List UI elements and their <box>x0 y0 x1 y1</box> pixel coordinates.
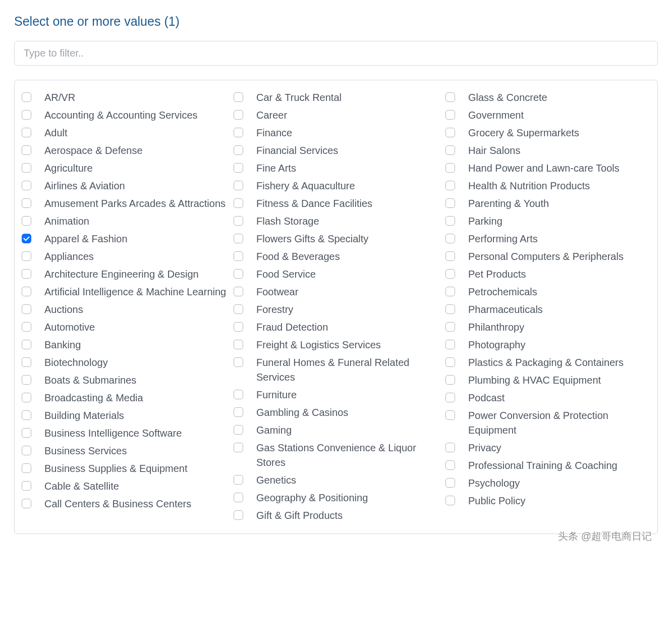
list-item[interactable]: Grocery & Supermarkets <box>445 125 650 141</box>
list-item[interactable]: Real Estate <box>657 213 658 230</box>
list-item[interactable]: Public Relations & Communication <box>657 89 658 106</box>
option-label[interactable]: Food & Beverages <box>256 249 340 264</box>
option-label[interactable]: Photography <box>468 338 525 352</box>
option-label[interactable]: Agriculture <box>44 161 93 176</box>
list-item[interactable]: Privacy <box>445 440 650 456</box>
list-item[interactable]: Amusement Parks Arcades & Attractions <box>22 195 227 212</box>
list-item[interactable]: Publishing <box>657 125 658 141</box>
checkbox[interactable] <box>22 110 31 120</box>
checkbox[interactable] <box>234 340 243 349</box>
list-item[interactable]: Gas Stations Convenience & Liquor Stores <box>234 440 438 471</box>
option-label[interactable]: Geography & Positioning <box>256 491 368 505</box>
list-item[interactable]: Personal Computers & Peripherals <box>445 248 650 265</box>
list-item[interactable]: Ranching <box>657 195 658 212</box>
option-label[interactable]: Call Centers & Business Centers <box>44 497 191 511</box>
checkbox[interactable] <box>22 251 31 261</box>
option-label[interactable]: Parenting & Youth <box>468 196 549 211</box>
option-label[interactable]: Forestry <box>256 302 293 317</box>
option-label[interactable]: Architecture Engineering & Design <box>44 267 199 282</box>
list-item[interactable]: Fitness & Dance Facilities <box>234 195 438 212</box>
checkbox[interactable] <box>657 128 658 137</box>
list-item[interactable]: Genetics <box>234 472 438 489</box>
checkbox[interactable] <box>657 110 658 120</box>
checkbox[interactable] <box>22 340 31 349</box>
option-label[interactable]: Banking <box>44 338 81 352</box>
list-item[interactable]: Pet Products <box>445 266 650 283</box>
option-label[interactable]: Podcast <box>468 391 505 405</box>
list-item[interactable]: Power Conversion & Protection Equipment <box>445 407 650 439</box>
option-label[interactable]: Pharmaceuticals <box>468 302 543 317</box>
option-label[interactable]: Glass & Concrete <box>468 90 547 105</box>
checkbox[interactable] <box>445 234 455 243</box>
checkbox[interactable] <box>22 92 31 102</box>
checkbox[interactable] <box>445 251 455 261</box>
option-label[interactable]: Genetics <box>256 473 296 488</box>
checkbox[interactable] <box>445 478 455 488</box>
list-item[interactable]: Gaming <box>234 422 438 439</box>
list-item[interactable]: Building Materials <box>22 407 227 424</box>
option-label[interactable]: Finance <box>256 126 292 140</box>
list-item[interactable]: Public Safety <box>657 107 658 124</box>
checkbox[interactable] <box>22 128 31 137</box>
checkbox[interactable] <box>22 499 31 508</box>
checkbox[interactable] <box>22 410 31 420</box>
list-item[interactable]: Rail Bus & Taxi <box>657 178 658 194</box>
checkbox[interactable] <box>445 375 455 385</box>
option-label[interactable]: Food Service <box>256 267 316 282</box>
checkbox[interactable] <box>234 110 243 120</box>
checkbox[interactable] <box>234 251 243 261</box>
checkbox[interactable] <box>234 493 243 502</box>
list-item[interactable]: Automotive <box>22 319 227 336</box>
option-label[interactable]: Business Supplies & Equipment <box>44 461 188 476</box>
checkbox[interactable] <box>22 287 31 296</box>
option-label[interactable]: Cable & Satellite <box>44 479 119 494</box>
option-label[interactable]: Health & Nutrition Products <box>468 179 590 193</box>
option-label[interactable]: Furniture <box>256 388 297 402</box>
checkbox[interactable] <box>445 198 455 208</box>
list-item[interactable]: Artificial Intelligence & Machine Learni… <box>22 284 227 300</box>
option-label[interactable]: Freight & Logistics Services <box>256 338 381 352</box>
checkbox[interactable] <box>657 181 658 190</box>
checkbox[interactable] <box>445 357 455 367</box>
list-item[interactable]: Biotechnology <box>22 354 227 371</box>
list-item[interactable]: Fine Arts <box>234 160 438 177</box>
checkbox[interactable] <box>445 393 455 402</box>
list-item[interactable]: Financial Services <box>234 142 438 159</box>
list-item[interactable]: Business Services <box>22 443 227 459</box>
list-item[interactable]: Glass & Concrete <box>445 89 650 106</box>
list-item[interactable]: Apparel & Fashion <box>22 231 227 247</box>
option-label[interactable]: Gift & Gift Products <box>256 508 343 523</box>
list-item[interactable]: Footwear <box>234 284 438 300</box>
list-item[interactable]: Photography <box>445 337 650 353</box>
option-label[interactable]: Appliances <box>44 249 94 264</box>
list-item[interactable]: Gift & Gift Products <box>234 507 438 524</box>
list-item[interactable]: Quantum Computing <box>657 142 658 159</box>
option-label[interactable]: Philanthropy <box>468 320 524 335</box>
option-label[interactable]: Animation <box>44 214 89 229</box>
list-item[interactable]: Car & Truck Rental <box>234 89 438 106</box>
option-label[interactable]: Psychology <box>468 476 520 491</box>
checkbox[interactable] <box>22 393 31 402</box>
list-item[interactable]: Furniture <box>234 387 438 403</box>
option-label[interactable]: Flowers Gifts & Specialty <box>256 232 368 246</box>
option-label[interactable]: Funeral Homes & Funeral Related Services <box>256 355 438 385</box>
list-item[interactable]: AR/VR <box>22 89 227 106</box>
option-label[interactable]: Pet Products <box>468 267 526 282</box>
checkbox[interactable] <box>234 198 243 208</box>
list-item[interactable]: Accounting & Accounting Services <box>22 107 227 124</box>
checkbox[interactable] <box>22 269 31 279</box>
list-item[interactable]: Architecture Engineering & Design <box>22 266 227 283</box>
checkbox[interactable] <box>234 357 243 367</box>
option-label[interactable]: Power Conversion & Protection Equipment <box>468 408 650 438</box>
list-item[interactable]: Flash Storage <box>234 213 438 230</box>
option-label[interactable]: Government <box>468 108 524 123</box>
list-item[interactable]: Finance <box>234 125 438 141</box>
checkbox[interactable] <box>234 128 243 137</box>
option-label[interactable]: Auctions <box>44 302 83 317</box>
checkbox[interactable] <box>22 304 31 314</box>
option-label[interactable]: Plastics & Packaging & Containers <box>468 355 624 370</box>
list-item[interactable]: Career <box>234 107 438 124</box>
list-item[interactable]: Plastics & Packaging & Containers <box>445 354 650 371</box>
filter-input[interactable] <box>14 41 658 66</box>
checkbox[interactable] <box>234 92 243 102</box>
